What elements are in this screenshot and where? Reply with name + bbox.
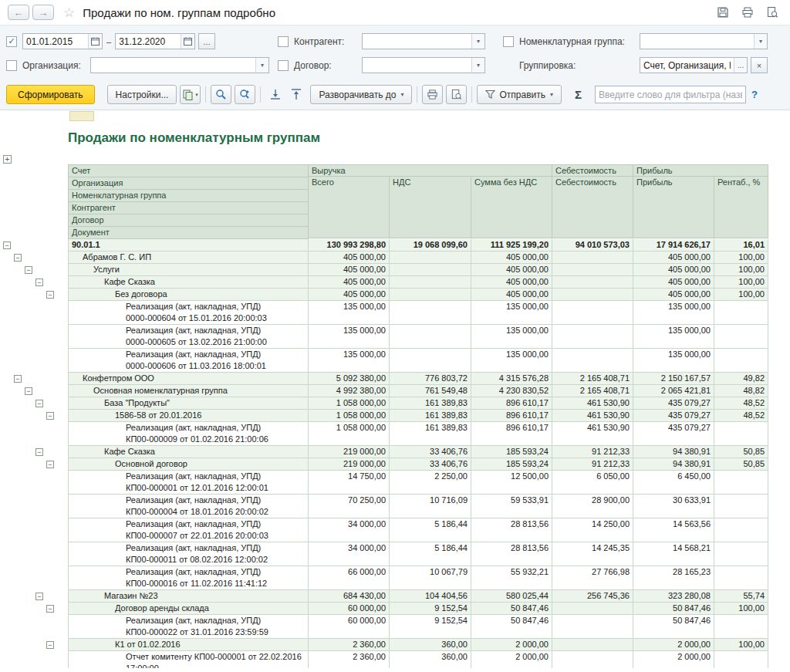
value-cell[interactable]: 10 067,79 (390, 566, 471, 590)
collapse-toggle[interactable]: − (46, 461, 54, 468)
value-cell[interactable]: 6 450,00 (633, 471, 714, 495)
print-icon[interactable] (738, 3, 758, 22)
search-next-icon[interactable] (235, 85, 255, 104)
value-cell[interactable]: 9 152,54 (390, 615, 471, 639)
value-cell[interactable]: 100,00 (714, 264, 768, 276)
value-cell[interactable] (714, 325, 768, 349)
value-cell[interactable]: 896 610,17 (471, 410, 552, 422)
print-icon[interactable] (422, 85, 443, 104)
header-nom-group[interactable]: Номенклатурная группа (69, 190, 309, 202)
search-icon[interactable] (211, 85, 231, 104)
value-cell[interactable] (390, 264, 471, 276)
header-kontragent[interactable]: Контрагент (69, 202, 309, 214)
table-row[interactable]: Реализация (акт, накладная, УПД)0000-000… (0, 325, 768, 349)
value-cell[interactable]: 2 150 167,57 (633, 373, 714, 385)
collapse-toggle[interactable]: − (46, 291, 54, 299)
value-cell[interactable]: 405 000,00 (309, 252, 390, 264)
value-cell[interactable]: 50 847,46 (471, 603, 552, 615)
value-cell[interactable]: 4 230 830,52 (471, 385, 552, 397)
value-cell[interactable]: 104 404,56 (390, 590, 471, 603)
chevron-down-icon[interactable]: ▾ (255, 58, 268, 73)
row-label[interactable]: Без договора (68, 289, 309, 301)
table-row[interactable]: −Кафе Сказка219 000,0033 406,76185 593,2… (0, 446, 768, 458)
header-without-vat[interactable]: Сумма без НДС (471, 177, 552, 238)
save-icon[interactable] (713, 3, 733, 22)
value-cell[interactable]: 2 250,00 (390, 471, 471, 495)
value-cell[interactable]: 16,01 (714, 239, 768, 252)
generate-button[interactable]: Сформировать (6, 85, 95, 104)
value-cell[interactable]: 135 000,00 (309, 325, 390, 349)
value-cell[interactable]: 12 500,00 (471, 471, 552, 495)
value-cell[interactable]: 2 360,00 (309, 639, 390, 651)
expand-to-button[interactable]: Разворачивать до▾ (310, 85, 412, 104)
value-cell[interactable]: 27 766,98 (552, 566, 633, 590)
header-dokument[interactable]: Документ (69, 227, 309, 239)
collapse-toggle[interactable]: − (46, 412, 54, 420)
value-cell[interactable]: 19 068 099,60 (390, 239, 471, 252)
value-cell[interactable]: 50 847,46 (633, 615, 714, 639)
collapse-toggle[interactable]: − (35, 448, 43, 456)
send-button[interactable]: Отправить▾ (477, 85, 562, 104)
value-cell[interactable]: 896 610,17 (471, 397, 552, 410)
value-cell[interactable]: 135 000,00 (471, 349, 552, 373)
value-cell[interactable]: 28 165,23 (633, 566, 714, 590)
value-cell[interactable]: 2 000,00 (471, 651, 552, 668)
value-cell[interactable]: 5 186,44 (390, 542, 471, 566)
value-cell[interactable]: 91 212,33 (552, 446, 633, 458)
value-cell[interactable]: 91 212,33 (552, 458, 633, 471)
value-cell[interactable]: 100,00 (714, 639, 768, 651)
value-cell[interactable]: 1 058 000,00 (309, 397, 390, 410)
collapse-groups-icon[interactable] (265, 85, 286, 104)
value-cell[interactable]: 405 000,00 (633, 264, 714, 276)
header-cost[interactable]: Себестоимость (552, 177, 633, 238)
row-label[interactable]: Реализация (акт, накладная, УПД)КП00-000… (68, 518, 309, 542)
value-cell[interactable]: 161 389,83 (390, 410, 471, 422)
value-cell[interactable]: 14 563,56 (633, 518, 714, 542)
period-more-button[interactable]: ... (198, 33, 215, 49)
value-cell[interactable]: 2 000,00 (633, 639, 714, 651)
value-cell[interactable]: 34 000,00 (309, 542, 390, 566)
collapse-toggle[interactable]: − (35, 279, 43, 286)
value-cell[interactable]: 135 000,00 (633, 325, 714, 349)
value-cell[interactable]: 2 065 421,81 (633, 385, 714, 397)
value-cell[interactable]: 5 186,44 (390, 518, 471, 542)
value-cell[interactable]: 405 000,00 (471, 276, 552, 289)
value-cell[interactable]: 111 925 199,20 (471, 239, 552, 252)
row-label[interactable]: Реализация (акт, накладная, УПД)КП00-000… (68, 615, 309, 639)
value-cell[interactable]: 100,00 (714, 252, 768, 264)
value-cell[interactable]: 10 716,09 (390, 495, 471, 518)
value-cell[interactable] (390, 301, 471, 325)
value-cell[interactable]: 14 750,00 (309, 471, 390, 495)
value-cell[interactable]: 2 165 408,71 (552, 385, 633, 397)
value-cell[interactable]: 360,00 (390, 639, 471, 651)
table-row[interactable]: −Абрамов Г. С. ИП405 000,00405 000,00405… (0, 252, 768, 264)
row-label[interactable]: Реализация (акт, накладная, УПД)0000-000… (68, 325, 309, 349)
header-vat[interactable]: НДС (390, 177, 471, 238)
back-button[interactable]: ← (8, 5, 29, 20)
kontragent-checkbox[interactable] (278, 36, 289, 47)
value-cell[interactable]: 14 250,00 (552, 518, 633, 542)
value-cell[interactable]: 219 000,00 (309, 458, 390, 471)
organization-input[interactable] (91, 58, 255, 73)
value-cell[interactable]: 130 993 298,80 (309, 239, 390, 252)
value-cell[interactable]: 50 847,46 (633, 603, 714, 615)
row-label[interactable]: 90.01.1 (68, 239, 309, 252)
value-cell[interactable] (552, 603, 633, 615)
collapse-toggle[interactable]: − (35, 593, 43, 600)
help-link[interactable]: ? (751, 89, 758, 100)
table-row[interactable]: −Магазин №23684 430,00104 404,56580 025,… (0, 590, 768, 603)
period-checkbox[interactable]: ✓ (6, 36, 17, 47)
value-cell[interactable]: 580 025,44 (471, 590, 552, 603)
value-cell[interactable]: 405 000,00 (471, 289, 552, 301)
value-cell[interactable]: 405 000,00 (309, 276, 390, 289)
value-cell[interactable]: 2 360,00 (309, 651, 390, 668)
table-row[interactable]: Реализация (акт, накладная, УПД)0000-000… (0, 349, 768, 373)
value-cell[interactable]: 28 900,00 (552, 495, 633, 518)
chevron-down-icon[interactable]: ▾ (471, 34, 484, 49)
value-cell[interactable] (714, 422, 768, 446)
table-row[interactable]: Реализация (акт, накладная, УПД)КП00-000… (0, 542, 768, 566)
value-cell[interactable]: 33 406,76 (390, 458, 471, 471)
table-row[interactable]: −Конфетпром ООО5 092 380,00776 803,724 3… (0, 373, 768, 385)
forward-button[interactable]: → (32, 5, 54, 20)
value-cell[interactable]: 100,00 (714, 276, 768, 289)
